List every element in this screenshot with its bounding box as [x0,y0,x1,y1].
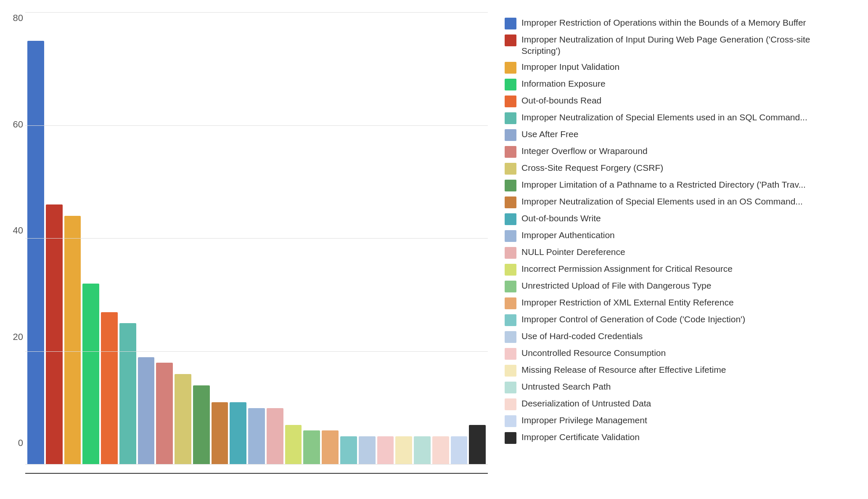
grid-line [25,12,488,13]
bar-20 [395,436,412,464]
bar-8 [175,374,191,464]
legend-label-5: Improper Neutralization of Special Eleme… [521,111,807,123]
legend-swatch-22 [505,398,516,410]
legend-item-11: Out-of-bounds Write [505,212,851,225]
legend-swatch-17 [505,314,516,326]
legend: Improper Restriction of Operations withi… [488,13,860,474]
legend-swatch-4 [505,96,516,107]
legend-item-24: Improper Certificate Validation [505,431,851,444]
legend-label-6: Use After Free [521,128,578,140]
legend-swatch-9 [505,180,516,191]
bars-wrapper [25,13,488,464]
legend-label-2: Improper Input Validation [521,61,619,72]
legend-label-20: Missing Release of Resource after Effect… [521,364,726,375]
legend-item-22: Deserialization of Untrusted Data [505,398,851,410]
legend-swatch-14 [505,264,516,276]
bar-4 [101,312,118,464]
bar-6 [138,357,155,464]
bar-14 [285,425,302,464]
bar-24 [469,425,486,464]
legend-item-17: Improper Control of Generation of Code (… [505,313,851,326]
legend-swatch-7 [505,146,516,158]
legend-item-7: Integer Overflow or Wraparound [505,145,851,158]
legend-item-21: Untrusted Search Path [505,381,851,393]
legend-item-0: Improper Restriction of Operations withi… [505,17,851,29]
legend-swatch-3 [505,79,516,90]
y-axis-label: 60 [4,119,23,130]
legend-item-6: Use After Free [505,128,851,141]
bar-16 [322,430,339,464]
legend-item-1: Improper Neutralization of Input During … [505,34,851,57]
legend-swatch-21 [505,382,516,393]
y-axis-label: 0 [4,438,23,449]
bar-9 [193,385,210,464]
x-axis [25,473,488,474]
legend-label-7: Integer Overflow or Wraparound [521,145,648,157]
legend-item-18: Use of Hard-coded Credentials [505,330,851,343]
legend-item-9: Improper Limitation of a Pathname to a R… [505,179,851,191]
legend-swatch-11 [505,213,516,225]
legend-swatch-6 [505,129,516,141]
bar-12 [248,408,265,464]
legend-item-10: Improper Neutralization of Special Eleme… [505,196,851,208]
chart-container: 020406080 Improper Restriction of Operat… [0,0,868,499]
legend-label-21: Untrusted Search Path [521,381,611,392]
legend-label-11: Out-of-bounds Write [521,212,601,224]
legend-item-20: Missing Release of Resource after Effect… [505,364,851,377]
legend-swatch-23 [505,415,516,427]
legend-item-8: Cross-Site Request Forgery (CSRF) [505,162,851,175]
legend-label-1: Improper Neutralization of Input During … [521,34,851,57]
legend-item-12: Improper Authentication [505,229,851,242]
bar-13 [267,408,283,464]
legend-item-23: Improper Privilege Management [505,414,851,427]
bar-23 [451,436,468,464]
y-axis-label: 80 [4,13,23,24]
legend-item-14: Incorrect Permission Assignment for Crit… [505,263,851,276]
grid-line [25,125,488,126]
legend-label-13: NULL Pointer Dereference [521,246,625,257]
bar-2 [64,216,81,464]
legend-item-16: Improper Restriction of XML External Ent… [505,297,851,309]
bar-1 [46,204,63,464]
legend-swatch-18 [505,331,516,343]
grid-line [25,238,488,239]
legend-item-4: Out-of-bounds Read [505,95,851,107]
grid-line [25,464,488,464]
legend-label-4: Out-of-bounds Read [521,95,601,106]
legend-item-2: Improper Input Validation [505,61,851,74]
grid-line [25,351,488,352]
bar-19 [377,436,394,464]
legend-swatch-2 [505,62,516,74]
legend-swatch-13 [505,247,516,259]
y-axis-labels: 020406080 [4,13,23,449]
bar-17 [340,436,357,464]
legend-swatch-8 [505,163,516,175]
legend-label-19: Uncontrolled Resource Consumption [521,347,666,358]
legend-swatch-15 [505,281,516,292]
y-axis-label: 20 [4,332,23,342]
legend-label-3: Information Exposure [521,78,606,89]
legend-label-8: Cross-Site Request Forgery (CSRF) [521,162,663,173]
legend-label-23: Improper Privilege Management [521,414,647,426]
legend-item-15: Unrestricted Upload of File with Dangero… [505,280,851,292]
bar-3 [82,284,99,464]
legend-item-19: Uncontrolled Resource Consumption [505,347,851,360]
legend-label-22: Deserialization of Untrusted Data [521,398,651,409]
legend-swatch-20 [505,365,516,377]
legend-label-24: Improper Certificate Validation [521,431,640,443]
bar-11 [230,402,246,464]
y-axis-label: 40 [4,225,23,236]
legend-label-12: Improper Authentication [521,229,615,241]
legend-item-5: Improper Neutralization of Special Eleme… [505,111,851,124]
legend-swatch-12 [505,230,516,242]
bar-10 [212,402,228,464]
legend-swatch-1 [505,35,516,46]
legend-label-0: Improper Restriction of Operations withi… [521,17,806,28]
legend-swatch-0 [505,18,516,29]
chart-area: 020406080 [25,13,488,474]
legend-swatch-24 [505,432,516,444]
grid-and-bars [25,13,488,464]
legend-label-16: Improper Restriction of XML External Ent… [521,297,734,308]
legend-swatch-10 [505,196,516,208]
legend-item-13: NULL Pointer Dereference [505,246,851,259]
